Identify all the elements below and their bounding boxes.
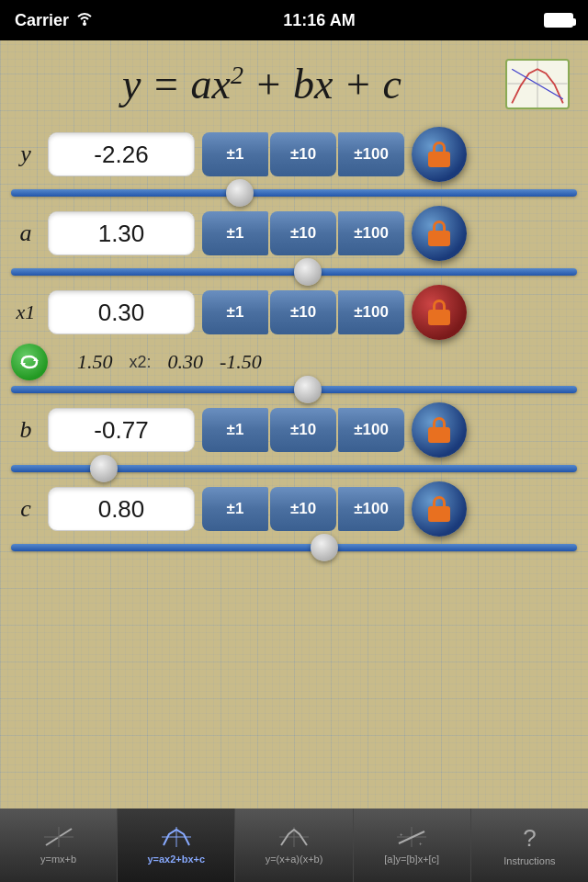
bottom-nav: y=mx+b y=ax2+bx+c y=(x+a)(x+b) xyxy=(0,808,588,882)
a-step-10[interactable]: ±10 xyxy=(270,211,336,255)
x1-extra-values: 1.50 x2: 0.30 -1.50 xyxy=(77,350,577,374)
a-label: a xyxy=(11,220,40,247)
y-input[interactable]: -2.26 xyxy=(48,132,195,176)
y-step-100[interactable]: ±100 xyxy=(338,132,404,176)
x2-label: x2: xyxy=(130,353,152,372)
y-label: y xyxy=(11,141,40,168)
x1-row: x1 0.30 ±1 ±10 ±100 xyxy=(11,285,577,340)
x1-extra-row: 1.50 x2: 0.30 -1.50 xyxy=(0,344,588,380)
x1-step-10[interactable]: ±10 xyxy=(270,290,336,334)
b-step-100[interactable]: ±100 xyxy=(338,408,404,452)
a-lock-button[interactable] xyxy=(412,206,467,261)
c-slider-thumb[interactable] xyxy=(311,534,338,561)
c-label: c xyxy=(11,495,40,523)
b-section: b -0.77 ±1 ±10 ±100 xyxy=(0,402,588,458)
y-slider-track[interactable] xyxy=(11,189,577,197)
y-lock-button[interactable] xyxy=(412,127,467,182)
y-slider-container xyxy=(0,186,588,200)
a-step-1[interactable]: ±1 xyxy=(202,211,268,255)
nav-label-yaybxc: [a]y=[b]x+[c] xyxy=(384,854,439,865)
status-time: 11:16 AM xyxy=(283,11,355,30)
x1-step-100[interactable]: ±100 xyxy=(338,290,404,334)
nav-item-yax2bxc[interactable]: y=ax2+bx+c xyxy=(118,808,235,882)
b-input[interactable]: -0.77 xyxy=(48,408,195,452)
x1-input[interactable]: 0.30 xyxy=(48,290,195,334)
nav-label-ymxb: y=mx+b xyxy=(40,854,76,865)
graph-preview[interactable] xyxy=(505,59,570,109)
c-step-100[interactable]: ±100 xyxy=(338,487,404,531)
nav-item-yxaxb[interactable]: y=(x+a)(x+b) xyxy=(235,808,353,882)
status-bar: Carrier 11:16 AM xyxy=(0,0,588,40)
x1-lock-button[interactable] xyxy=(412,285,467,340)
c-lock-icon xyxy=(428,496,450,522)
c-step-1[interactable]: ±1 xyxy=(202,487,268,531)
nav-icon-yxaxb xyxy=(279,827,309,851)
carrier-label: Carrier xyxy=(15,11,69,30)
b-step-1[interactable]: ±1 xyxy=(202,408,268,452)
x1-slider-track[interactable] xyxy=(11,386,577,393)
nav-label-instructions: Instructions xyxy=(503,855,555,866)
x1-slider-container xyxy=(0,382,588,397)
x1-lock-icon xyxy=(428,300,450,325)
nav-item-ymxb[interactable]: y=mx+b xyxy=(0,808,118,882)
a-slider-thumb[interactable] xyxy=(294,258,322,286)
y-step-1[interactable]: ±1 xyxy=(202,132,268,176)
nav-icon-yax2bxc xyxy=(162,827,191,851)
nav-label-yax2bxc: y=ax2+bx+c xyxy=(147,854,205,865)
nav-icon-ymxb xyxy=(44,827,74,851)
b-lock-button[interactable] xyxy=(412,402,467,458)
y-step-buttons: ±1 ±10 ±100 xyxy=(202,132,404,176)
y-lock-icon xyxy=(428,141,450,167)
y-row: y -2.26 ±1 ±10 ±100 xyxy=(11,127,577,182)
main-content: y = ax2 + bx + c y -2.26 ±1 ±10 ±100 xyxy=(0,40,588,808)
c-slider-container xyxy=(0,540,588,555)
svg-point-0 xyxy=(83,22,86,26)
x1-slider-thumb[interactable] xyxy=(294,376,322,403)
b-row: b -0.77 ±1 ±10 ±100 xyxy=(11,402,577,458)
y-section: y -2.26 ±1 ±10 ±100 xyxy=(0,127,588,182)
c-section: c 0.80 ±1 ±10 ±100 xyxy=(0,481,588,537)
formula-header: y = ax2 + bx + c xyxy=(0,40,588,123)
nav-label-yxaxb: y=(x+a)(x+b) xyxy=(266,854,323,865)
b-slider-container xyxy=(0,461,588,476)
x1-step-1[interactable]: ±1 xyxy=(202,290,268,334)
refresh-icon[interactable] xyxy=(11,344,48,380)
x2-value: 0.30 xyxy=(168,350,204,374)
x1-mid-value: 1.50 xyxy=(77,350,113,374)
c-slider-track[interactable] xyxy=(11,544,577,551)
c-row: c 0.80 ±1 ±10 ±100 xyxy=(11,481,577,537)
svg-text:+: + xyxy=(419,841,423,846)
a-input[interactable]: 1.30 xyxy=(48,211,195,255)
svg-text:+: + xyxy=(400,831,403,837)
nav-item-yaybxc[interactable]: + + [a]y=[b]x+[c] xyxy=(354,808,471,882)
b-lock-icon xyxy=(428,417,450,443)
y-step-10[interactable]: ±10 xyxy=(270,132,336,176)
nav-icon-yaybxc: + + xyxy=(397,827,426,851)
b-slider-thumb[interactable] xyxy=(90,455,118,482)
nav-item-instructions[interactable]: ? Instructions xyxy=(471,808,588,882)
battery-icon xyxy=(544,13,573,28)
a-step-buttons: ±1 ±10 ±100 xyxy=(202,211,404,255)
a-section: a 1.30 ±1 ±10 ±100 xyxy=(0,206,588,261)
nav-icon-instructions: ? xyxy=(523,824,536,853)
formula-text: y = ax2 + bx + c xyxy=(18,60,505,108)
b-slider-track[interactable] xyxy=(11,465,577,472)
a-slider-container xyxy=(0,265,588,279)
c-step-10[interactable]: ±10 xyxy=(270,487,336,531)
b-step-buttons: ±1 ±10 ±100 xyxy=(202,408,404,452)
x1-label: x1 xyxy=(11,300,40,324)
x1-neg-value: -1.50 xyxy=(220,350,262,374)
a-step-100[interactable]: ±100 xyxy=(338,211,404,255)
wifi-icon xyxy=(74,11,95,29)
x1-section: x1 0.30 ±1 ±10 ±100 xyxy=(0,285,588,340)
a-slider-track[interactable] xyxy=(11,268,577,276)
x1-step-buttons: ±1 ±10 ±100 xyxy=(202,290,404,334)
a-row: a 1.30 ±1 ±10 ±100 xyxy=(11,206,577,261)
c-input[interactable]: 0.80 xyxy=(48,487,195,531)
c-lock-button[interactable] xyxy=(412,481,467,537)
c-step-buttons: ±1 ±10 ±100 xyxy=(202,487,404,531)
b-step-10[interactable]: ±10 xyxy=(270,408,336,452)
b-label: b xyxy=(11,416,40,444)
a-lock-icon xyxy=(428,220,450,246)
y-slider-thumb[interactable] xyxy=(226,179,254,207)
